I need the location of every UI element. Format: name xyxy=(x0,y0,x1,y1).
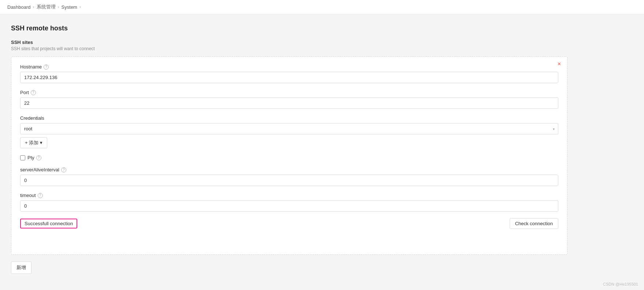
breadcrumb-dashboard[interactable]: Dashboard xyxy=(7,4,31,10)
section-desc: SSH sites that projects will want to con… xyxy=(11,46,633,51)
server-alive-group: serverAliveInterval ? xyxy=(20,167,558,186)
server-alive-input[interactable] xyxy=(20,175,558,186)
server-alive-help-icon: ? xyxy=(61,167,66,172)
breadcrumb: Dashboard › 系统管理 › System › xyxy=(0,0,644,14)
close-button[interactable]: × xyxy=(556,60,563,68)
breadcrumb-system[interactable]: System xyxy=(62,4,77,10)
check-connection-button[interactable]: Check connection xyxy=(510,218,558,229)
credentials-group: Credentials root ▾ + 添加 ▾ xyxy=(20,115,558,148)
port-group: Port ? xyxy=(20,90,558,109)
breadcrumb-sep-3: › xyxy=(79,4,81,10)
page-title: SSH remote hosts xyxy=(11,25,633,32)
close-icon: × xyxy=(558,61,561,67)
empty-area xyxy=(20,229,558,247)
breadcrumb-sep-1: › xyxy=(33,4,34,10)
new-button[interactable]: 新增 xyxy=(11,261,31,274)
credentials-label: Credentials xyxy=(20,115,558,121)
server-alive-label: serverAliveInterval ? xyxy=(20,167,558,172)
section-title: SSH sites xyxy=(11,40,633,45)
card-footer: Successfull connection Check connection xyxy=(20,218,558,229)
pty-group: Pty ? xyxy=(20,155,558,160)
port-label: Port ? xyxy=(20,90,558,95)
credentials-select-wrapper: root ▾ xyxy=(20,123,558,134)
breadcrumb-system-admin[interactable]: 系统管理 xyxy=(37,4,56,10)
watermark: CSDN @He195501 xyxy=(603,282,638,286)
ssh-form-card: × Hostname ? Port ? Credentials xyxy=(11,56,567,255)
main-content: SSH remote hosts SSH sites SSH sites tha… xyxy=(0,14,644,284)
hostname-label: Hostname ? xyxy=(20,64,558,70)
pty-checkbox[interactable] xyxy=(20,155,25,160)
hostname-input[interactable] xyxy=(20,72,558,83)
timeout-label: timeout ? xyxy=(20,193,558,198)
port-help-icon: ? xyxy=(31,90,36,95)
timeout-input[interactable] xyxy=(20,200,558,212)
connection-status: Successfull connection xyxy=(20,219,77,228)
hostname-help-icon: ? xyxy=(44,64,49,70)
pty-help-icon: ? xyxy=(36,155,41,160)
pty-label: Pty ? xyxy=(27,155,41,160)
add-button[interactable]: + 添加 ▾ xyxy=(20,137,47,148)
timeout-help-icon: ? xyxy=(38,193,43,198)
breadcrumb-sep-2: › xyxy=(58,4,59,10)
credentials-select[interactable]: root xyxy=(20,123,558,134)
hostname-group: Hostname ? xyxy=(20,64,558,83)
timeout-group: timeout ? xyxy=(20,193,558,212)
port-input[interactable] xyxy=(20,97,558,109)
add-button-label: + 添加 ▾ xyxy=(25,140,42,146)
